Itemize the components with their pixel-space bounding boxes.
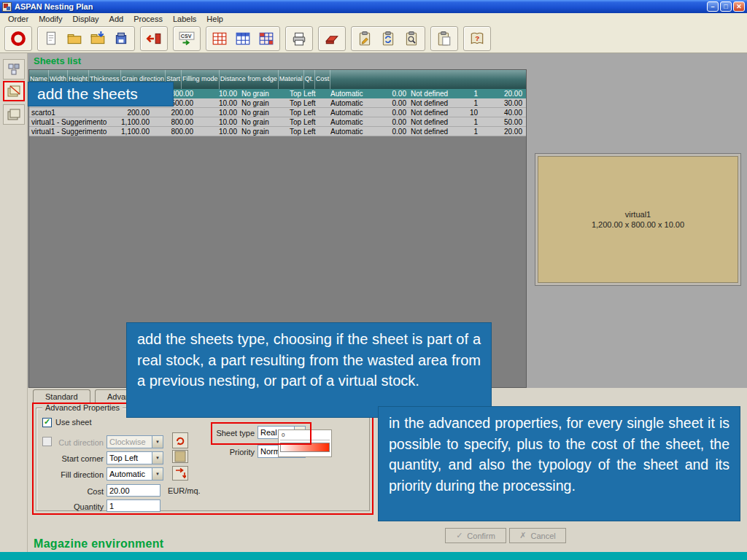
cancel-button[interactable]: ✗ Cancel <box>509 528 566 543</box>
table-blue-icon <box>235 31 251 47</box>
edit-params-icon <box>357 31 373 47</box>
toolbar: CSV <box>0 24 747 53</box>
cancel-icon: ✗ <box>519 531 526 540</box>
paste-button[interactable] <box>433 28 455 49</box>
menu-item[interactable]: Modify <box>34 15 67 23</box>
print-icon <box>291 31 307 47</box>
table-row[interactable]: virtual1 - Suggerimento 1 1,100.00 800.0… <box>29 127 526 136</box>
table-row[interactable]: virtual1 - Suggerimento 1 1,100.00 800.0… <box>29 117 526 127</box>
column-header[interactable]: Cost <box>315 70 331 89</box>
help-book-icon: ? <box>469 31 485 47</box>
menu-item[interactable]: Process <box>128 15 168 23</box>
callout-advanced-properties: in the advanced properties, for every si… <box>378 406 740 521</box>
column-header[interactable]: Material <box>279 70 304 89</box>
svg-text:?: ? <box>475 34 479 42</box>
open-folder-button[interactable] <box>63 28 85 49</box>
sidebar <box>0 53 28 552</box>
column-header[interactable]: Distance from edge <box>220 70 279 89</box>
remove-sheet-icon <box>146 31 162 47</box>
check-icon: ✓ <box>456 531 462 540</box>
refresh-params-button[interactable] <box>377 28 399 49</box>
refresh-params-icon <box>380 31 396 47</box>
callout-add-sheets: add the sheets <box>28 82 174 106</box>
table-red-icon <box>212 31 228 47</box>
close-button[interactable]: ✕ <box>733 1 745 12</box>
sidebar-sheet-archive-button[interactable] <box>3 104 25 125</box>
export-data-icon <box>113 31 129 47</box>
table-blue-button[interactable] <box>232 28 254 49</box>
maximize-button[interactable]: □ <box>720 1 732 12</box>
environment-label: Magazine environment <box>34 537 163 551</box>
column-header[interactable]: Filling mode <box>182 70 220 89</box>
table-mixed-button[interactable] <box>255 28 277 49</box>
table-mixed-icon <box>258 31 274 47</box>
paste-icon <box>436 31 452 47</box>
menu-bar: OrderModifyDisplayAddProcessLabelsHelp <box>0 13 747 24</box>
sheet-preview-panel: virtual1 1,200.00 x 800.00 x 10.00 <box>535 153 741 286</box>
sidebar-sheets-button[interactable] <box>3 81 25 101</box>
table-red-button[interactable] <box>209 28 231 49</box>
new-document-icon <box>43 31 59 47</box>
app-icon <box>2 2 12 12</box>
highlight-sheet-type <box>211 422 311 445</box>
sidebar-magazine-tools-button[interactable] <box>3 59 25 79</box>
menu-item[interactable]: Add <box>104 15 129 23</box>
open-folder-icon <box>66 31 82 47</box>
sheet-archive-icon <box>7 107 21 122</box>
sheets-icon <box>7 84 21 98</box>
bottom-strip <box>0 552 747 560</box>
svg-text:CSV: CSV <box>181 33 192 39</box>
tab-standard[interactable]: Standard <box>33 389 90 402</box>
eraser-icon <box>324 31 340 47</box>
highlight-advanced-properties <box>32 402 374 515</box>
table-row[interactable]: scarto1 200.00 200.00 10.00 No grain Top… <box>29 108 526 117</box>
csv-export-icon: CSV <box>179 31 195 47</box>
remove-sheet-button[interactable] <box>143 28 165 49</box>
search-params-button[interactable] <box>400 28 422 49</box>
minimize-button[interactable]: – <box>707 1 719 12</box>
search-params-icon <box>403 31 419 47</box>
edit-params-button[interactable] <box>354 28 376 49</box>
menu-item[interactable]: Display <box>68 15 104 23</box>
import-folder-icon <box>90 31 106 47</box>
menu-item[interactable]: Labels <box>168 15 201 23</box>
power-icon <box>10 31 26 47</box>
sheet-preview: virtual1 1,200.00 x 800.00 x 10.00 <box>538 156 738 283</box>
help-button[interactable]: ? <box>466 28 488 49</box>
window-title: ASPAN Nesting Plan <box>15 2 705 11</box>
preview-sheet-name: virtual1 <box>625 210 651 219</box>
power-button[interactable] <box>7 28 29 49</box>
new-document-button[interactable] <box>40 28 62 49</box>
print-button[interactable] <box>288 28 310 49</box>
menu-item[interactable]: Help <box>201 15 228 23</box>
eraser-button[interactable] <box>321 28 343 49</box>
confirm-button[interactable]: ✓ Confirm <box>445 528 506 543</box>
magazine-tools-icon <box>7 62 21 77</box>
export-data-button[interactable] <box>110 28 132 49</box>
import-folder-button[interactable] <box>87 28 109 49</box>
preview-sheet-dimensions: 1,200.00 x 800.00 x 10.00 <box>592 220 684 229</box>
menu-item[interactable]: Order <box>3 15 34 23</box>
sheets-list-title: Sheets list <box>34 55 81 66</box>
callout-sheet-type: add the sheets type, choosing if the she… <box>126 322 492 418</box>
csv-export-button[interactable]: CSV <box>176 28 198 49</box>
column-header[interactable]: Qt. <box>304 70 315 89</box>
title-bar: ASPAN Nesting Plan – □ ✕ <box>0 0 747 13</box>
